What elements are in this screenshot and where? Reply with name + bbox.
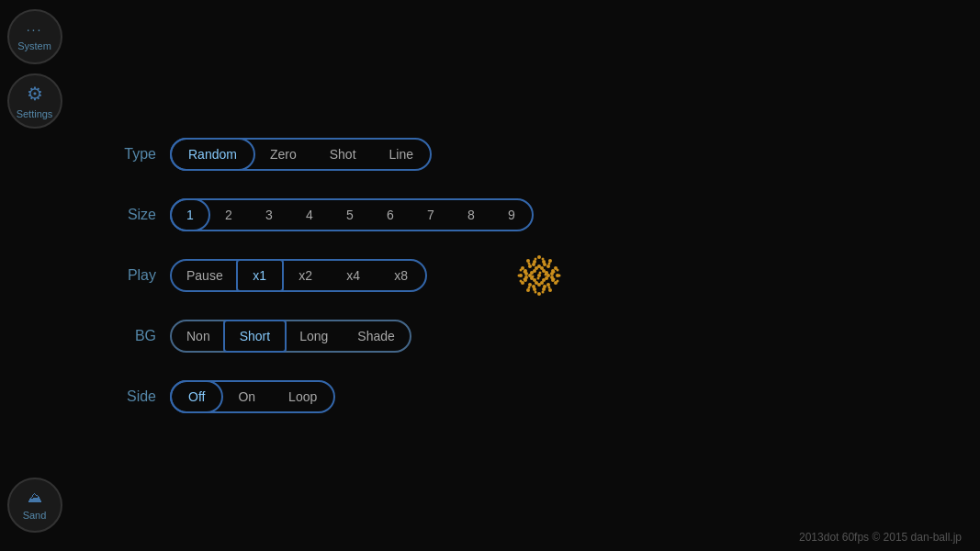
side-label: Side bbox=[110, 388, 156, 405]
svg-point-58 bbox=[558, 275, 560, 277]
settings-label: Settings bbox=[17, 108, 53, 119]
svg-point-54 bbox=[541, 258, 544, 261]
svg-point-14 bbox=[546, 264, 550, 268]
bg-non-button[interactable]: Non bbox=[172, 321, 225, 351]
svg-point-16 bbox=[546, 283, 550, 287]
side-off-button[interactable]: Off bbox=[170, 380, 223, 413]
svg-point-30 bbox=[548, 288, 552, 292]
settings-button[interactable]: ⚙ Settings bbox=[7, 73, 62, 129]
svg-point-66 bbox=[547, 287, 550, 289]
svg-point-65 bbox=[527, 287, 530, 289]
type-shot-button[interactable]: Shot bbox=[313, 140, 373, 169]
size-label: Size bbox=[110, 207, 156, 223]
svg-point-49 bbox=[523, 271, 525, 274]
type-random-button[interactable]: Random bbox=[170, 138, 255, 171]
svg-point-47 bbox=[532, 285, 535, 288]
svg-point-67 bbox=[538, 272, 541, 275]
type-zero-button[interactable]: Zero bbox=[253, 140, 313, 169]
play-x4-button[interactable]: x4 bbox=[330, 261, 377, 290]
size-5-button[interactable]: 5 bbox=[330, 200, 370, 230]
svg-point-48 bbox=[543, 285, 546, 288]
sand-icon: ⛰ bbox=[28, 489, 42, 506]
svg-point-13 bbox=[528, 264, 532, 268]
play-x2-button[interactable]: x2 bbox=[282, 261, 330, 290]
svg-point-64 bbox=[547, 263, 550, 265]
type-line-button[interactable]: Line bbox=[373, 140, 430, 169]
svg-point-27 bbox=[526, 259, 530, 263]
type-group: Random Zero Shot Line bbox=[170, 138, 432, 171]
svg-point-45 bbox=[532, 263, 535, 266]
svg-point-55 bbox=[534, 291, 536, 294]
svg-point-68 bbox=[536, 277, 539, 280]
svg-point-63 bbox=[527, 263, 530, 265]
bg-shade-button[interactable]: Shade bbox=[343, 321, 409, 351]
side-loop-button[interactable]: Loop bbox=[272, 382, 333, 411]
bg-short-button[interactable]: Short bbox=[223, 320, 287, 353]
svg-point-51 bbox=[523, 278, 525, 281]
sidebar: ··· System ⚙ Settings ⛰ Sand bbox=[0, 0, 69, 551]
play-x1-button[interactable]: x1 bbox=[236, 259, 284, 292]
system-button[interactable]: ··· System bbox=[7, 9, 62, 64]
play-pause-button[interactable]: Pause bbox=[172, 261, 238, 290]
svg-point-40 bbox=[540, 281, 544, 285]
svg-point-46 bbox=[543, 263, 546, 266]
side-on-button[interactable]: On bbox=[221, 382, 272, 411]
svg-point-32 bbox=[537, 292, 541, 296]
bg-group: Non Short Long Shade bbox=[170, 320, 411, 353]
side-row: Side Off On Loop bbox=[110, 380, 943, 413]
bg-long-button[interactable]: Long bbox=[285, 321, 343, 351]
svg-point-62 bbox=[556, 280, 558, 283]
dots-icon: ··· bbox=[27, 22, 43, 37]
svg-point-38 bbox=[540, 266, 544, 270]
svg-point-60 bbox=[556, 269, 558, 272]
type-label: Type bbox=[110, 146, 156, 163]
type-row: Type Random Zero Shot Line bbox=[110, 138, 943, 171]
size-4-button[interactable]: 4 bbox=[289, 200, 330, 230]
sand-visualization bbox=[484, 220, 594, 331]
system-label: System bbox=[17, 40, 51, 51]
svg-point-70 bbox=[544, 274, 546, 276]
side-group: Off On Loop bbox=[170, 380, 335, 413]
footer: 2013dot 60fps © 2015 dan-ball.jp bbox=[799, 531, 962, 544]
size-2-button[interactable]: 2 bbox=[208, 200, 249, 230]
bg-label: BG bbox=[110, 328, 156, 344]
svg-point-53 bbox=[534, 258, 536, 261]
sand-label: Sand bbox=[23, 510, 47, 521]
svg-point-28 bbox=[548, 259, 552, 263]
svg-point-15 bbox=[528, 283, 532, 287]
svg-point-69 bbox=[531, 276, 534, 278]
size-3-button[interactable]: 3 bbox=[249, 200, 289, 230]
svg-point-52 bbox=[552, 278, 555, 281]
svg-point-39 bbox=[535, 281, 538, 285]
svg-point-31 bbox=[537, 255, 541, 259]
svg-point-50 bbox=[552, 271, 555, 274]
size-1-button[interactable]: 1 bbox=[170, 198, 210, 231]
sand-button[interactable]: ⛰ Sand bbox=[7, 478, 62, 533]
play-label: Play bbox=[110, 267, 156, 284]
svg-point-59 bbox=[519, 269, 522, 272]
svg-point-37 bbox=[535, 266, 538, 270]
gear-icon: ⚙ bbox=[27, 83, 43, 105]
play-group: Pause x1 x2 x4 x8 bbox=[170, 259, 427, 292]
svg-point-29 bbox=[526, 288, 530, 292]
size-6-button[interactable]: 6 bbox=[370, 200, 411, 230]
footer-text: 2013dot 60fps © 2015 dan-ball.jp bbox=[799, 531, 962, 544]
play-x8-button[interactable]: x8 bbox=[377, 261, 425, 290]
svg-point-56 bbox=[541, 291, 544, 294]
svg-point-61 bbox=[519, 280, 522, 283]
size-7-button[interactable]: 7 bbox=[411, 200, 451, 230]
svg-point-36 bbox=[545, 276, 548, 280]
svg-point-57 bbox=[517, 275, 520, 277]
svg-point-33 bbox=[530, 271, 534, 275]
svg-point-0 bbox=[537, 274, 541, 277]
size-group: 1 2 3 4 5 6 7 8 9 bbox=[170, 198, 534, 231]
